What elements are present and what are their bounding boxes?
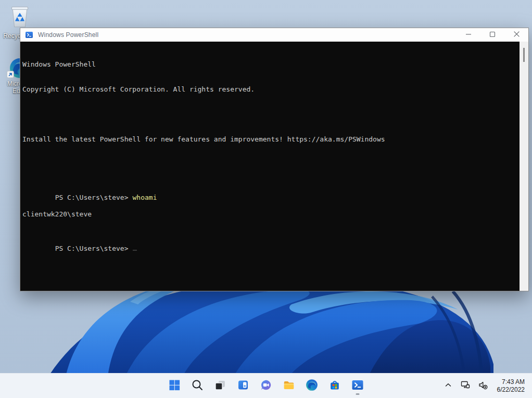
- taskbar-store-button[interactable]: [324, 375, 345, 396]
- network-ethernet-icon: [460, 380, 471, 392]
- terminal-line: clientwk220\steve: [22, 210, 520, 219]
- terminal-line: Windows PowerShell: [22, 60, 520, 69]
- file-explorer-icon: [283, 379, 295, 393]
- taskbar: 7:43 AM 6/22/2022: [0, 373, 532, 398]
- close-button[interactable]: [504, 28, 528, 42]
- task-view-icon: [214, 379, 226, 393]
- taskbar-task-view-button[interactable]: [210, 375, 231, 396]
- powershell-icon: [351, 379, 364, 393]
- taskbar-widgets-button[interactable]: [233, 375, 254, 396]
- terminal-line: Install the latest PowerShell for new fe…: [22, 135, 520, 144]
- store-icon: [328, 379, 341, 393]
- minimize-button[interactable]: [457, 28, 480, 42]
- shortcut-arrow-icon: [7, 71, 14, 80]
- maximize-button[interactable]: [480, 28, 504, 42]
- taskbar-edge-button[interactable]: [301, 375, 322, 396]
- command-text: whoami: [133, 194, 157, 201]
- clock-time: 7:43 AM: [502, 378, 525, 386]
- terminal-line: [22, 110, 520, 119]
- tray-network-button[interactable]: [459, 378, 472, 393]
- taskbar-search-button[interactable]: [187, 375, 208, 396]
- powershell-window: Windows PowerShell Windows PowerShell: [20, 28, 529, 291]
- recycle-bin-icon: [7, 3, 33, 31]
- window-title: Windows PowerShell: [38, 31, 98, 38]
- terminal-cursor: [133, 243, 137, 251]
- tray-show-hidden-icons-button[interactable]: [442, 379, 454, 393]
- search-icon: [191, 379, 204, 393]
- chevron-up-icon: [444, 380, 453, 391]
- minimize-icon: [465, 31, 472, 39]
- clock-date: 6/22/2022: [497, 386, 525, 394]
- running-app-indicator: [356, 393, 360, 395]
- volume-muted-icon: [478, 380, 488, 392]
- taskbar-chat-button[interactable]: [256, 375, 276, 396]
- terminal-output[interactable]: Windows PowerShell Copyright (C) Microso…: [20, 42, 520, 291]
- close-icon: [513, 31, 520, 39]
- taskbar-start-button[interactable]: [164, 375, 185, 396]
- maximize-icon: [489, 31, 496, 39]
- terminal-line: Copyright (C) Microsoft Corporation. All…: [22, 85, 520, 94]
- prompt-text: PS C:\Users\steve>: [55, 245, 129, 252]
- prompt-text: PS C:\Users\steve>: [55, 194, 129, 201]
- tray-volume-muted-button[interactable]: [476, 378, 490, 393]
- taskbar-file-explorer-button[interactable]: [278, 375, 299, 396]
- powershell-icon: [25, 31, 33, 39]
- terminal-line-prompt: PS C:\Users\steve>: [22, 235, 520, 243]
- scrollbar-thumb[interactable]: [523, 48, 525, 62]
- taskbar-clock[interactable]: 7:43 AM 6/22/2022: [494, 378, 528, 394]
- terminal-line-prompt: PS C:\Users\steve>whoami: [22, 185, 520, 194]
- terminal-line: [22, 160, 520, 169]
- widgets-icon: [237, 379, 249, 393]
- window-titlebar[interactable]: Windows PowerShell: [20, 28, 528, 42]
- edge-icon: [306, 379, 318, 393]
- chat-icon: [260, 379, 272, 393]
- taskbar-powershell-button[interactable]: [347, 375, 368, 396]
- start-icon: [168, 379, 181, 393]
- terminal-scrollbar[interactable]: [520, 42, 528, 291]
